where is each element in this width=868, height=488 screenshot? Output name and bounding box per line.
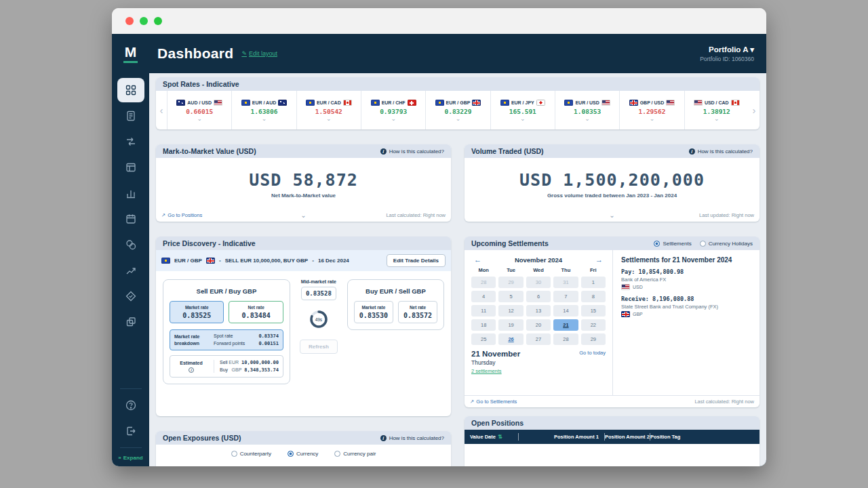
sidebar-item-dashboard[interactable] xyxy=(117,78,144,102)
spot-rate-card[interactable]: GBP / USD 1.29562 ⌄ xyxy=(619,91,684,129)
calendar-day-cell[interactable]: 22 xyxy=(581,319,606,331)
sort-icon[interactable]: ⇅ xyxy=(498,434,502,440)
calendar-day-cell[interactable]: 18 xyxy=(471,319,496,331)
chevron-down-icon[interactable]: ⌄ xyxy=(714,117,719,121)
edit-trade-details-button[interactable]: Edit Trade Details xyxy=(387,254,446,267)
calendar-day-cell[interactable]: 7 xyxy=(553,291,578,302)
column-position-amount-1[interactable]: Position Amount 1 xyxy=(519,434,604,440)
buy-market-rate-box[interactable]: Market rate 0.83530 xyxy=(354,301,393,323)
calendar-day-cell[interactable]: 14 xyxy=(553,305,578,317)
sidebar-item-payments[interactable] xyxy=(117,232,144,257)
info-icon[interactable]: i xyxy=(189,367,194,373)
sidebar-item-transfers[interactable] xyxy=(117,129,144,154)
sidebar-divider xyxy=(120,388,142,389)
spot-rate-card[interactable]: EUR / USD 1.08353 ⌄ xyxy=(555,91,619,129)
exposures-how-calculated-link[interactable]: i How is this calculated? xyxy=(380,435,444,441)
spot-rate-card[interactable]: EUR / GBP 0.83229 ⌄ xyxy=(425,91,490,129)
calendar-day-cell[interactable]: 13 xyxy=(526,305,551,317)
logout-icon xyxy=(125,426,136,436)
toggle-radio-option[interactable]: Currency Holidays xyxy=(700,241,753,247)
base-flag-icon xyxy=(435,100,444,106)
carousel-next-button[interactable]: › xyxy=(749,91,760,129)
column-position-tag[interactable]: Position Tag xyxy=(650,434,680,440)
spot-rates-header: Spot Rates - Indicative xyxy=(156,77,760,91)
chevron-down-icon[interactable]: ⌄ xyxy=(456,117,461,121)
refresh-button[interactable]: Refresh xyxy=(300,340,338,354)
sidebar-item-analytics[interactable] xyxy=(117,181,144,205)
info-icon: i xyxy=(380,435,387,441)
exposure-radio-option[interactable]: Currency pair xyxy=(334,451,376,457)
calendar-day-cell[interactable]: 8 xyxy=(581,291,606,302)
chevron-down-icon[interactable]: ⌄ xyxy=(391,117,396,121)
calendar-day-cell[interactable]: 29 xyxy=(581,333,606,345)
sidebar-item-calendar[interactable] xyxy=(117,207,144,231)
close-window-button[interactable] xyxy=(125,17,134,25)
calendar-day-cell[interactable]: 31 xyxy=(553,277,578,288)
calendar-day-cell[interactable]: 20 xyxy=(526,319,551,331)
settlement-count-link[interactable]: 2 settlements xyxy=(471,368,520,374)
sell-net-rate-box[interactable]: Net rate 0.83484 xyxy=(229,301,283,323)
sidebar-item-logout[interactable] xyxy=(117,419,144,443)
edit-layout-link[interactable]: ✎ Edit layout xyxy=(241,50,277,57)
sidebar-item-help[interactable] xyxy=(117,393,144,418)
calendar-day-cell[interactable]: 12 xyxy=(498,305,523,317)
app-logo[interactable]: M xyxy=(123,44,138,62)
chevron-down-icon[interactable]: ⌄ xyxy=(520,117,526,121)
chevron-down-icon[interactable]: ⌄ xyxy=(197,117,202,121)
calendar-day-cell[interactable]: 15 xyxy=(581,305,606,317)
calendar-day-cell[interactable]: 1 xyxy=(581,277,606,288)
calendar-day-cell[interactable]: 11 xyxy=(471,305,496,317)
spot-rate-card[interactable]: EUR / AUD 1.63806 ⌄ xyxy=(231,91,296,129)
portfolio-dropdown[interactable]: Portfolio A ▾ xyxy=(700,45,754,54)
calendar-day-cell[interactable]: 30 xyxy=(526,277,551,288)
sidebar-item-performance[interactable] xyxy=(117,258,144,283)
calendar-day-cell[interactable]: 29 xyxy=(498,277,523,288)
calendar-day-cell[interactable]: 6 xyxy=(526,291,551,302)
chevron-down-icon[interactable]: ⌄ xyxy=(262,117,267,121)
minimize-window-button[interactable] xyxy=(140,17,148,25)
spot-rate-card[interactable]: EUR / CHF 0.93793 ⌄ xyxy=(361,91,425,129)
go-to-today-link[interactable]: Go to today xyxy=(579,350,606,356)
sidebar-item-blotter[interactable] xyxy=(117,155,144,180)
carousel-prev-button[interactable]: ‹ xyxy=(156,91,167,129)
chevron-down-icon[interactable]: ⌄ xyxy=(585,117,590,121)
coins-icon xyxy=(125,239,136,250)
spot-rate-card[interactable]: AUD / USD 0.66015 ⌄ xyxy=(167,91,231,129)
calendar-day-cell[interactable]: 28 xyxy=(471,277,496,288)
sell-market-rate-box[interactable]: Market rate 0.83525 xyxy=(170,301,224,323)
chevron-down-icon[interactable]: ⌄ xyxy=(300,211,306,219)
go-to-settlements-link[interactable]: ↗ Go to Settlements xyxy=(470,399,517,405)
calendar-next-button[interactable]: → xyxy=(595,256,603,264)
maximize-window-button[interactable] xyxy=(154,17,162,25)
spot-rate-card[interactable]: USD / CAD 1.38912 ⌄ xyxy=(684,91,749,129)
spot-rate-card[interactable]: EUR / CAD 1.50542 ⌄ xyxy=(296,91,361,129)
calendar-day-cell[interactable]: 21 xyxy=(553,319,578,331)
go-to-positions-link[interactable]: ↗ Go to Positions xyxy=(161,212,202,218)
calendar-day-cell[interactable]: 5 xyxy=(498,291,523,302)
sidebar-item-integrations[interactable] xyxy=(117,310,144,334)
volume-how-calculated-link[interactable]: i How is this calculated? xyxy=(689,148,753,155)
sidebar-item-documents[interactable] xyxy=(117,104,144,128)
calendar-day-cell[interactable]: 28 xyxy=(553,333,578,345)
calendar-prev-button[interactable]: ← xyxy=(474,256,481,264)
sidebar-item-compliance[interactable] xyxy=(117,284,144,308)
open-exposures-card: Open Exposures (USD) i How is this calcu… xyxy=(156,431,451,466)
calendar-day-cell[interactable]: 4 xyxy=(471,291,496,302)
sidebar-expand-button[interactable]: » Expand xyxy=(118,455,142,461)
column-position-amount-2[interactable]: Position Amount 2 xyxy=(605,434,650,440)
chevron-down-icon[interactable]: ⌄ xyxy=(650,117,655,121)
toggle-radio-option[interactable]: Settlements xyxy=(654,241,691,247)
exposure-radio-option[interactable]: Counterparty xyxy=(231,451,271,457)
spot-rate-card[interactable]: EUR / JPY 165.591 ⌄ xyxy=(490,91,555,129)
buy-net-rate-box[interactable]: Net rate 0.83572 xyxy=(398,301,437,323)
chevron-down-icon[interactable]: ⌄ xyxy=(609,211,614,219)
calendar-day-cell[interactable]: 26 xyxy=(498,333,523,345)
calendar-day-cell[interactable]: 27 xyxy=(526,333,551,345)
exposure-radio-option[interactable]: Currency xyxy=(288,451,318,457)
column-value-date[interactable]: Value Date ⇅ xyxy=(470,434,518,440)
calendar-day-cell[interactable]: 25 xyxy=(471,333,496,345)
trade-summary-row: EUR / GBP • SELL EUR 10,000,000, BUY GBP… xyxy=(156,250,451,271)
calendar-day-cell[interactable]: 19 xyxy=(498,319,523,331)
mtm-how-calculated-link[interactable]: i How is this calculated? xyxy=(380,148,444,155)
chevron-down-icon[interactable]: ⌄ xyxy=(326,117,332,121)
